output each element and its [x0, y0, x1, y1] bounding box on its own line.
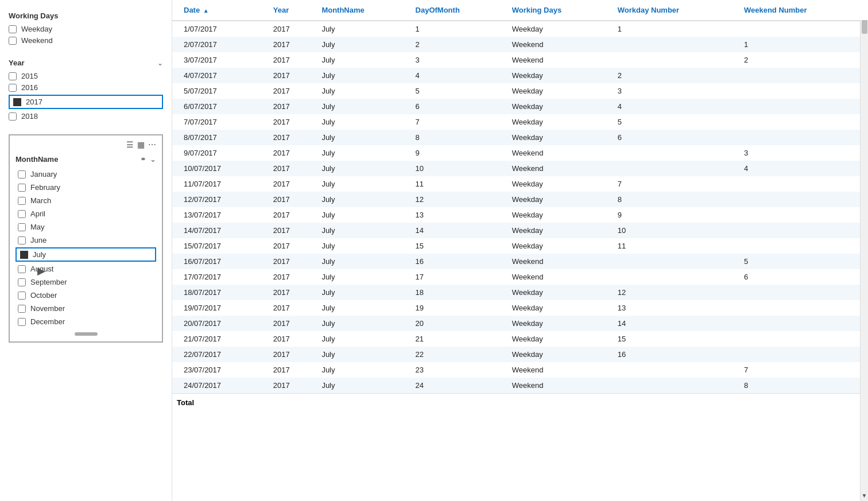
weekend-checkbox-item[interactable]: Weekend: [9, 36, 163, 45]
table-icon[interactable]: ▦: [137, 140, 145, 149]
month-august-checkbox[interactable]: [18, 265, 26, 273]
table-row: 23/07/20172017July23Weekend7: [172, 362, 868, 378]
month-november-item[interactable]: November: [16, 302, 156, 314]
month-october-checkbox[interactable]: [18, 292, 26, 300]
month-july-item[interactable]: July: [16, 247, 156, 262]
cell-workdayNumber: 2: [613, 68, 739, 83]
scroll-down-arrow[interactable]: ▼: [859, 490, 868, 501]
month-march-checkbox[interactable]: [18, 197, 26, 205]
cell-monthName: July: [317, 300, 410, 316]
col-dayofmonth[interactable]: DayOfMonth: [411, 0, 507, 21]
table-header: Date ▲ Year MonthName DayOfMonth Working…: [172, 0, 868, 21]
cell-monthName: July: [317, 161, 410, 176]
month-may-item[interactable]: May: [16, 221, 156, 233]
month-april-checkbox[interactable]: [18, 210, 26, 218]
col-weekendnumber[interactable]: Weekend Number: [739, 0, 868, 21]
col-date[interactable]: Date ▲: [172, 0, 269, 21]
hamburger-icon[interactable]: ☰: [126, 140, 134, 149]
cell-weekendNumber: [739, 347, 868, 362]
month-november-checkbox[interactable]: [18, 305, 26, 313]
year-2016-checkbox[interactable]: [9, 84, 17, 92]
cell-date: 14/07/2017: [172, 223, 269, 238]
clear-icon[interactable]: ⚭: [140, 155, 146, 164]
year-2015-checkbox[interactable]: [9, 72, 17, 80]
month-september-checkbox[interactable]: [18, 278, 26, 286]
table-row: 24/07/20172017July24Weekend8: [172, 378, 868, 394]
cell-date: 20/07/2017: [172, 316, 269, 331]
cell-weekendNumber: 3: [739, 145, 868, 161]
year-2018-item[interactable]: 2018: [9, 112, 163, 121]
cell-year: 2017: [269, 130, 317, 145]
cell-weekendNumber: [739, 114, 868, 130]
month-august-item[interactable]: August ▶: [16, 263, 156, 275]
cell-year: 2017: [269, 362, 317, 378]
year-title: Year: [9, 59, 24, 67]
month-may-label: May: [30, 223, 45, 231]
month-june-checkbox[interactable]: [18, 236, 26, 244]
col-workdaynumber[interactable]: Workday Number: [613, 0, 739, 21]
cell-dayOfMonth: 22: [411, 347, 507, 362]
month-february-item[interactable]: February: [16, 181, 156, 193]
month-september-item[interactable]: September: [16, 276, 156, 288]
weekday-checkbox-item[interactable]: Weekday: [9, 25, 163, 33]
month-october-item[interactable]: October: [16, 289, 156, 301]
data-table: Date ▲ Year MonthName DayOfMonth Working…: [172, 0, 868, 411]
ellipsis-icon[interactable]: ⋯: [148, 140, 156, 149]
col-monthname[interactable]: MonthName: [317, 0, 410, 21]
month-september-label: September: [30, 278, 67, 286]
month-may-checkbox[interactable]: [18, 223, 26, 231]
cell-dayOfMonth: 18: [411, 285, 507, 300]
cell-dayOfMonth: 24: [411, 378, 507, 394]
month-january-checkbox[interactable]: [18, 170, 26, 178]
workdaynumber-col-label: Workday Number: [618, 6, 679, 14]
cell-year: 2017: [269, 285, 317, 300]
col-workingdays[interactable]: Working Days: [507, 0, 613, 21]
cell-monthName: July: [317, 83, 410, 99]
month-name-title-row: MonthName ⚭ ⌄: [16, 155, 156, 164]
cell-weekendNumber: [739, 68, 868, 83]
month-march-item[interactable]: March: [16, 195, 156, 207]
cell-dayOfMonth: 11: [411, 176, 507, 192]
cell-dayOfMonth: 4: [411, 68, 507, 83]
cell-date: 6/07/2017: [172, 99, 269, 114]
year-2017-checkbox-filled: [13, 98, 21, 106]
cell-weekendNumber: [739, 300, 868, 316]
table-row: 8/07/20172017July8Weekday6: [172, 130, 868, 145]
year-chevron-icon[interactable]: ⌄: [157, 59, 163, 67]
month-february-checkbox[interactable]: [18, 184, 26, 192]
year-2015-item[interactable]: 2015: [9, 72, 163, 80]
month-june-item[interactable]: June: [16, 234, 156, 246]
vertical-scrollbar[interactable]: ▲ ▼: [860, 0, 868, 501]
cell-workdayNumber: [613, 362, 739, 378]
cell-dayOfMonth: 13: [411, 207, 507, 223]
month-december-item[interactable]: December: [16, 316, 156, 328]
table-row: 20/07/20172017July20Weekday14: [172, 316, 868, 331]
total-label: Total: [172, 394, 269, 412]
year-2017-item[interactable]: 2017: [9, 95, 163, 109]
month-chevron-icon[interactable]: ⌄: [150, 155, 156, 164]
cell-date: 8/07/2017: [172, 130, 269, 145]
year-2018-label: 2018: [21, 112, 38, 121]
cell-workingDays: Weekend: [507, 269, 613, 285]
month-december-checkbox[interactable]: [18, 318, 26, 326]
weekday-checkbox[interactable]: [9, 25, 17, 33]
cell-weekendNumber: 6: [739, 269, 868, 285]
month-scrollbar-thumb[interactable]: [75, 332, 98, 336]
month-list: January February March April May: [16, 168, 156, 329]
col-year[interactable]: Year: [269, 0, 317, 21]
month-january-item[interactable]: January: [16, 168, 156, 180]
month-april-item[interactable]: April: [16, 208, 156, 220]
weekend-checkbox[interactable]: [9, 37, 17, 45]
cell-year: 2017: [269, 176, 317, 192]
total-dayofmonth: [411, 394, 507, 412]
year-2016-item[interactable]: 2016: [9, 83, 163, 92]
cell-year: 2017: [269, 254, 317, 269]
cell-workdayNumber: 3: [613, 83, 739, 99]
cell-date: 21/07/2017: [172, 331, 269, 347]
cell-monthName: July: [317, 223, 410, 238]
month-december-label: December: [30, 317, 65, 326]
table-body: 1/07/20172017July1Weekday12/07/20172017J…: [172, 21, 868, 394]
cell-workdayNumber: [613, 145, 739, 161]
year-2018-checkbox[interactable]: [9, 112, 17, 121]
year-filter: Year ⌄ 2015 2016 2017 2018: [9, 59, 163, 121]
